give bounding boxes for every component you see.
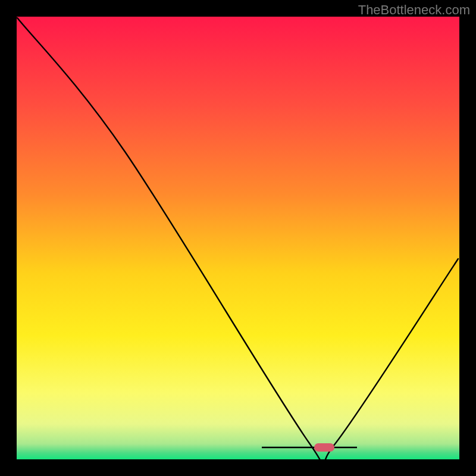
chart-svg [0, 0, 476, 476]
optimal-marker [314, 443, 334, 452]
chart-container: TheBottleneck.com [0, 0, 476, 476]
plot-area [17, 17, 459, 459]
watermark-text: TheBottleneck.com [358, 2, 470, 18]
